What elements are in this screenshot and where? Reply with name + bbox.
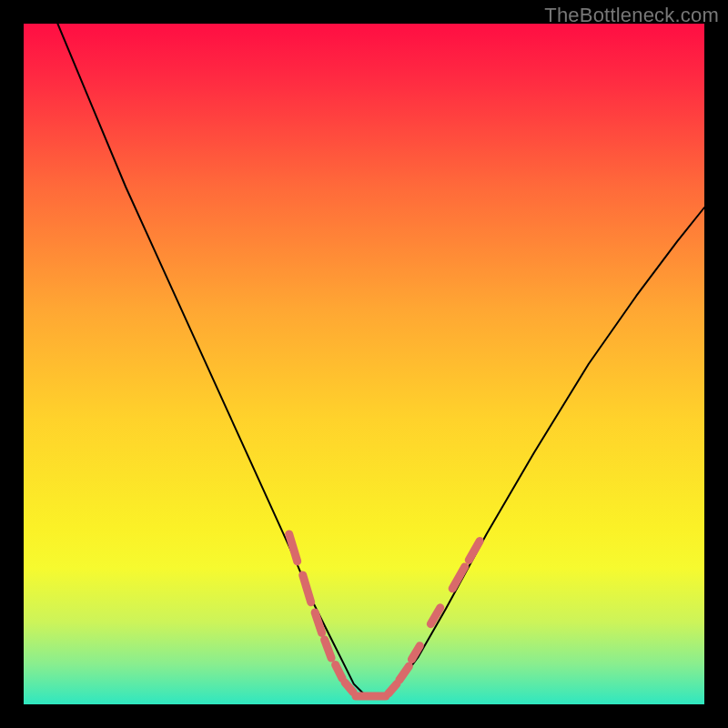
curve-marker <box>289 534 298 561</box>
curve-marker <box>389 684 397 693</box>
watermark-text: TheBottleneck.com <box>544 4 719 27</box>
curve-marker <box>325 640 332 658</box>
curve-marker <box>315 612 322 633</box>
curve-marker <box>336 665 343 679</box>
curve-marker <box>303 575 311 602</box>
curve-marker <box>469 541 480 561</box>
v-curve <box>57 24 704 698</box>
chart-frame: TheBottleneck.com <box>0 0 728 728</box>
plot-area <box>24 24 704 704</box>
curve-marker <box>345 682 353 692</box>
curve-marker <box>399 666 410 680</box>
curve-marker <box>452 567 465 589</box>
curve-layer <box>24 24 704 704</box>
